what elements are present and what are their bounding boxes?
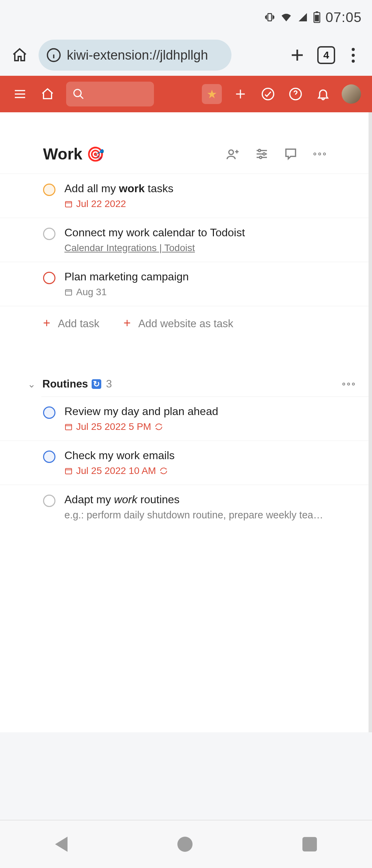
calendar-icon [64, 200, 73, 208]
project-page: Work 🎯 Add all my work tasks [0, 112, 372, 732]
chevron-down-icon[interactable]: ⌄ [28, 379, 35, 390]
task-title: Adapt my work routines [64, 493, 323, 506]
task-checkbox[interactable] [43, 272, 55, 284]
svg-point-16 [262, 88, 273, 100]
notifications-icon[interactable] [314, 85, 332, 103]
help-icon[interactable] [287, 85, 304, 103]
task-title: Add all my work tasks [64, 182, 174, 195]
app-search-input[interactable] [66, 82, 154, 106]
svg-rect-34 [65, 468, 72, 474]
android-nav-bar [0, 820, 372, 868]
nav-back-button[interactable] [55, 837, 68, 852]
task-row[interactable]: Adapt my work routines e.g.: perform dai… [0, 485, 369, 529]
clock-time: 07:05 [326, 10, 362, 25]
calendar-icon [64, 288, 73, 296]
task-due-date: Jul 25 2022 5 PM [64, 421, 218, 432]
browser-home-button[interactable] [10, 46, 29, 64]
task-due-date: Jul 22 2022 [64, 198, 174, 209]
project-header: Work 🎯 [0, 112, 369, 174]
share-button[interactable] [225, 146, 240, 162]
add-website-as-task-button[interactable]: + Add website as task [124, 316, 234, 330]
vibrate-icon [264, 12, 275, 23]
url-bar[interactable]: kiwi-extension://jldhpllgh [39, 40, 231, 71]
svg-point-26 [263, 153, 265, 155]
task-row[interactable]: Check my work emails Jul 25 2022 10 AM [0, 441, 369, 485]
nav-recent-button[interactable] [302, 837, 317, 851]
task-row[interactable]: Review my day and plan ahead Jul 25 2022… [0, 397, 369, 441]
svg-rect-32 [65, 424, 72, 430]
task-title: Review my day and plan ahead [64, 405, 218, 418]
avatar[interactable] [342, 84, 361, 104]
svg-point-27 [259, 156, 262, 159]
task-checkbox[interactable] [43, 184, 55, 196]
section-title: Routines ↻ [42, 378, 101, 390]
menu-icon[interactable] [11, 85, 29, 103]
battery-icon [313, 11, 321, 23]
svg-rect-28 [65, 202, 72, 207]
task-title: Plan marketing campaign [64, 270, 189, 283]
section-count: 3 [106, 378, 112, 390]
tab-count: 4 [323, 49, 329, 61]
plus-icon: + [43, 316, 55, 330]
star-icon: ★ [207, 87, 217, 101]
svg-point-12 [74, 90, 81, 97]
svg-rect-3 [315, 15, 319, 21]
productivity-icon[interactable] [259, 85, 277, 103]
site-info-icon[interactable] [46, 48, 61, 63]
task-due-date: Aug 31 [64, 287, 189, 298]
svg-line-13 [80, 96, 83, 99]
signal-icon [297, 12, 308, 23]
calendar-icon [64, 467, 73, 475]
project-more-button[interactable] [312, 146, 327, 162]
task-checkbox[interactable] [43, 451, 55, 463]
task-row[interactable]: Plan marketing campaign Aug 31 [0, 262, 369, 306]
app-header: ★ [0, 76, 372, 112]
recurring-icon [155, 423, 163, 431]
quick-add-button[interactable] [231, 85, 249, 103]
view-options-button[interactable] [254, 146, 269, 162]
task-checkbox[interactable] [43, 495, 55, 507]
comments-button[interactable] [283, 146, 298, 162]
new-tab-button[interactable] [287, 47, 308, 63]
svg-rect-2 [316, 11, 318, 12]
favorites-button[interactable]: ★ [202, 84, 222, 104]
svg-point-19 [229, 150, 233, 154]
search-icon [72, 88, 85, 100]
project-title: Work 🎯 [43, 145, 104, 163]
recurring-icon [159, 467, 168, 475]
task-title: Check my work emails [64, 449, 175, 462]
calendar-icon [64, 423, 73, 431]
add-task-row: + Add task + Add website as task [0, 306, 369, 340]
task-title: Connect my work calendar to Todoist [64, 226, 245, 239]
task-checkbox[interactable] [43, 406, 55, 419]
browser-toolbar: kiwi-extension://jldhpllgh 4 [0, 34, 372, 76]
task-row[interactable]: Connect my work calendar to Todoist Cale… [0, 218, 369, 262]
task-row[interactable]: Add all my work tasks Jul 22 2022 [0, 174, 369, 218]
task-description: e.g.: perform daily shutdown routine, pr… [64, 509, 323, 521]
url-text: kiwi-extension://jldhpllgh [67, 48, 208, 63]
repeat-icon: ↻ [92, 379, 101, 389]
tab-switcher-button[interactable]: 4 [317, 46, 335, 64]
task-link[interactable]: Calendar Integrations | Todoist [64, 242, 245, 254]
svg-rect-30 [65, 290, 72, 295]
nav-home-button[interactable] [177, 837, 193, 852]
target-icon: 🎯 [86, 146, 104, 163]
task-checkbox[interactable] [43, 228, 55, 240]
task-due-date: Jul 25 2022 10 AM [64, 465, 175, 476]
plus-icon: + [124, 316, 136, 330]
wifi-icon [280, 11, 292, 23]
svg-rect-0 [268, 13, 272, 21]
section-more-button[interactable] [342, 383, 355, 385]
browser-menu-button[interactable] [345, 48, 362, 63]
android-status-bar: 07:05 [0, 0, 372, 34]
section-header[interactable]: ⌄ Routines ↻ 3 [0, 340, 369, 396]
app-home-icon[interactable] [39, 85, 56, 103]
svg-point-25 [258, 149, 261, 152]
project-title-text: Work [43, 145, 82, 163]
add-task-button[interactable]: + Add task [43, 316, 100, 330]
